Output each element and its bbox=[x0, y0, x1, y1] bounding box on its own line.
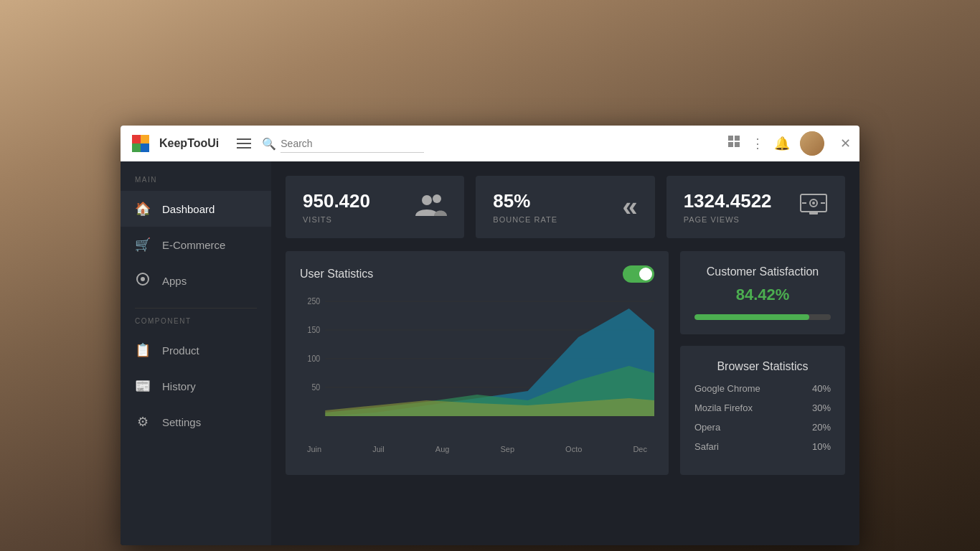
browser-row-opera: Opera 20% bbox=[694, 422, 831, 433]
sidebar-item-settings[interactable]: ⚙ Settings bbox=[121, 404, 271, 440]
svg-rect-6 bbox=[728, 142, 733, 147]
browser-opera-name: Opera bbox=[694, 422, 720, 433]
sidebar-history-label: History bbox=[162, 380, 196, 392]
browser-row-chrome: Google Chrome 40% bbox=[694, 383, 831, 394]
satisfaction-value: 84.42% bbox=[694, 286, 831, 304]
browser-firefox-pct: 30% bbox=[812, 402, 831, 413]
bottom-row: User Statistics 250 bbox=[286, 251, 845, 475]
sidebar-component-label: COMPONENT bbox=[121, 317, 271, 332]
chart-svg: 250 150 100 50 bbox=[300, 294, 654, 438]
pageviews-card: 1324.4522 PAGE VIEWS bbox=[666, 176, 845, 238]
bounce-label: BOUNCE RATE bbox=[493, 215, 557, 224]
right-panel: Customer Satisfaction 84.42% Browser Sta… bbox=[680, 251, 845, 475]
svg-text:250: 250 bbox=[308, 296, 321, 306]
hamburger-button[interactable] bbox=[233, 135, 255, 152]
titlebar-right: ⋮ 🔔 ✕ bbox=[728, 131, 851, 156]
browser-safari-pct: 10% bbox=[812, 441, 831, 452]
more-options-icon[interactable]: ⋮ bbox=[751, 136, 764, 151]
grid-icon[interactable] bbox=[728, 136, 741, 152]
x-label-aug: Aug bbox=[435, 445, 450, 453]
sidebar-dashboard-label: Dashboard bbox=[162, 203, 215, 215]
history-icon: 📰 bbox=[135, 378, 151, 394]
svg-marker-2 bbox=[132, 143, 141, 152]
chart-x-labels: Juin Juil Aug Sep Octo Dec bbox=[300, 445, 654, 453]
sidebar-item-dashboard[interactable]: 🏠 Dashboard bbox=[121, 191, 271, 227]
sidebar-settings-label: Settings bbox=[162, 416, 201, 428]
sidebar-ecommerce-label: E-Commerce bbox=[162, 239, 225, 251]
svg-text:100: 100 bbox=[308, 354, 321, 363]
visits-card: 950.420 VISITS bbox=[286, 176, 464, 238]
bounce-icon: « bbox=[623, 192, 638, 222]
sidebar-product-label: Product bbox=[162, 344, 199, 357]
ecommerce-icon: 🛒 bbox=[135, 237, 151, 253]
apps-icon bbox=[135, 273, 151, 289]
chart-card: User Statistics 250 bbox=[286, 251, 669, 475]
search-input[interactable] bbox=[281, 135, 424, 153]
pageviews-label: PAGE VIEWS bbox=[684, 215, 772, 224]
settings-icon: ⚙ bbox=[135, 414, 151, 430]
svg-rect-7 bbox=[735, 142, 740, 147]
sidebar-item-product[interactable]: 📋 Product bbox=[121, 332, 271, 368]
dashboard-icon: 🏠 bbox=[135, 201, 151, 217]
svg-marker-0 bbox=[132, 135, 141, 143]
svg-marker-1 bbox=[141, 135, 149, 143]
browser-opera-pct: 20% bbox=[812, 422, 831, 433]
pageviews-icon bbox=[799, 193, 828, 221]
sidebar-item-history[interactable]: 📰 History bbox=[121, 368, 271, 404]
satisfaction-card: Customer Satisfaction 84.42% bbox=[680, 251, 845, 334]
browser-stats-title: Browser Statistics bbox=[694, 360, 831, 373]
pageviews-text: 1324.4522 PAGE VIEWS bbox=[684, 190, 772, 224]
satisfaction-title: Customer Satisfaction bbox=[694, 265, 831, 278]
browser-row-safari: Safari 10% bbox=[694, 441, 831, 452]
sidebar-item-apps[interactable]: Apps bbox=[121, 263, 271, 299]
svg-rect-4 bbox=[728, 136, 733, 141]
svg-text:150: 150 bbox=[308, 325, 321, 334]
browser-safari-name: Safari bbox=[694, 441, 719, 452]
browser-chrome-name: Google Chrome bbox=[694, 383, 760, 394]
main-layout: MAIN 🏠 Dashboard 🛒 E-Commerce Apps bbox=[121, 161, 859, 545]
app-title-text: KeepTooUi bbox=[159, 137, 219, 150]
content-area: 950.420 VISITS 85% bbox=[271, 161, 859, 545]
chart-area: 250 150 100 50 Juin bbox=[300, 294, 654, 452]
svg-point-11 bbox=[433, 194, 441, 203]
x-label-sep: Sep bbox=[500, 445, 514, 453]
x-label-octo: Octo bbox=[565, 445, 582, 453]
satisfaction-progress-fill bbox=[694, 314, 809, 320]
x-label-juin: Juin bbox=[307, 445, 321, 453]
notifications-icon[interactable]: 🔔 bbox=[774, 136, 790, 151]
hamburger-line-3 bbox=[237, 147, 251, 149]
chart-header: User Statistics bbox=[300, 265, 654, 283]
chart-title: User Statistics bbox=[300, 268, 373, 281]
sidebar-divider bbox=[135, 308, 257, 309]
app-logo bbox=[129, 132, 152, 155]
visits-label: VISITS bbox=[303, 215, 370, 224]
bounce-text: 85% BOUNCE RATE bbox=[493, 190, 557, 224]
stats-row: 950.420 VISITS 85% bbox=[286, 176, 845, 238]
pageviews-value: 1324.4522 bbox=[684, 190, 772, 212]
svg-point-14 bbox=[812, 202, 815, 204]
search-container: 🔍 bbox=[262, 135, 463, 153]
avatar-image bbox=[800, 131, 824, 156]
svg-rect-5 bbox=[735, 136, 740, 141]
satisfaction-progress-bg bbox=[694, 314, 831, 320]
bounce-card: 85% BOUNCE RATE « bbox=[476, 176, 654, 238]
close-button[interactable]: ✕ bbox=[840, 136, 851, 151]
browser-chrome-pct: 40% bbox=[812, 383, 831, 394]
svg-text:50: 50 bbox=[311, 382, 320, 392]
hamburger-line-1 bbox=[237, 138, 251, 140]
browser-firefox-name: Mozila Firefox bbox=[694, 402, 753, 413]
product-icon: 📋 bbox=[135, 342, 151, 358]
sidebar-item-ecommerce[interactable]: 🛒 E-Commerce bbox=[121, 227, 271, 263]
x-label-juil: Juil bbox=[372, 445, 385, 453]
sidebar-apps-label: Apps bbox=[162, 275, 187, 287]
hamburger-line-2 bbox=[237, 143, 251, 144]
sidebar: MAIN 🏠 Dashboard 🛒 E-Commerce Apps bbox=[121, 161, 271, 545]
user-avatar[interactable] bbox=[800, 131, 824, 156]
browser-card: Browser Statistics Google Chrome 40% Moz… bbox=[680, 346, 845, 475]
svg-marker-3 bbox=[141, 143, 149, 152]
svg-point-10 bbox=[422, 195, 432, 205]
chart-toggle[interactable] bbox=[623, 265, 654, 283]
bounce-value: 85% bbox=[493, 190, 557, 212]
visits-value: 950.420 bbox=[303, 190, 370, 212]
svg-point-9 bbox=[141, 277, 145, 281]
